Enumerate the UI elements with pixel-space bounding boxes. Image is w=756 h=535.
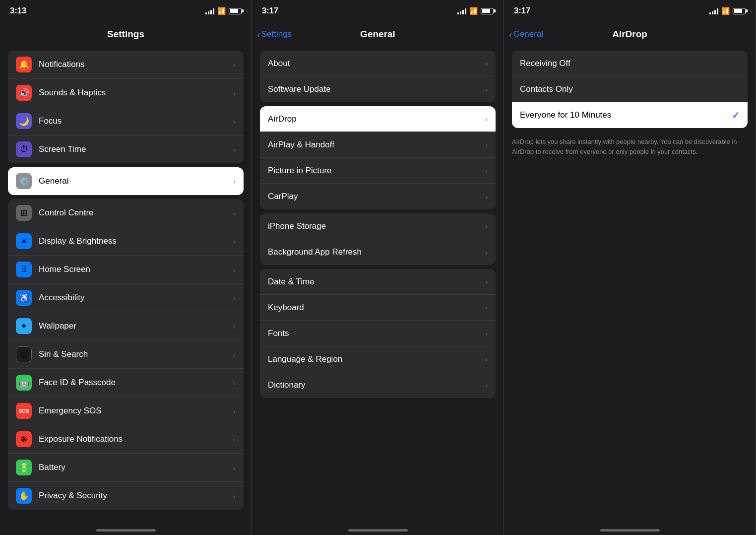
- sidebar-item-screentime[interactable]: ⏱ Screen Time ›: [8, 135, 244, 163]
- battery-label: Battery: [39, 463, 229, 472]
- panel3-title: AirDrop: [612, 29, 647, 40]
- home-bar-1: [96, 529, 156, 532]
- general-item-pictureinpicture[interactable]: Picture in Picture ›: [260, 158, 496, 184]
- wallpaper-icon: ✦: [16, 318, 32, 334]
- sidebar-item-display[interactable]: ☀ Display & Brightness ›: [8, 227, 244, 256]
- softwareupdate-chevron: ›: [485, 85, 488, 94]
- accessibility-label: Accessibility: [39, 293, 229, 303]
- screentime-label: Screen Time: [39, 144, 229, 154]
- sidebar-item-battery[interactable]: 🔋 Battery ›: [8, 454, 244, 482]
- fonts-label: Fonts: [268, 329, 481, 338]
- general-label: General: [39, 176, 229, 186]
- exposure-chevron: ›: [233, 435, 236, 444]
- sidebar-item-controlcentre[interactable]: ⊞ Control Centre ›: [8, 199, 244, 227]
- sidebar-item-exposure[interactable]: ❋ Exposure Notifications ›: [8, 425, 244, 454]
- keyboard-label: Keyboard: [268, 303, 481, 313]
- general-item-backgroundapprefresh[interactable]: Background App Refresh ›: [260, 239, 496, 265]
- general-item-datetime[interactable]: Date & Time ›: [260, 269, 496, 295]
- sidebar-item-faceid[interactable]: 🤖 Face ID & Passcode ›: [8, 369, 244, 397]
- wifi-icon-3: 📶: [721, 7, 730, 15]
- sidebar-item-homescreen[interactable]: ⠿ Home Screen ›: [8, 256, 244, 284]
- airdrop-chevron: ›: [485, 115, 488, 123]
- airplay-label: AirPlay & Handoff: [268, 140, 481, 150]
- general-item-language[interactable]: Language & Region ›: [260, 346, 496, 372]
- status-icons-3: 📶: [709, 7, 746, 15]
- settings-panel: 3:13 📶 Settings 🔔 Notifications ›: [0, 0, 252, 535]
- carplay-label: CarPlay: [268, 192, 481, 201]
- airdrop-option-contacts-only[interactable]: Contacts Only: [512, 76, 748, 102]
- general-panel: 3:17 📶 ‹ Settings General About: [252, 0, 504, 535]
- settings-group-3: ⊞ Control Centre › ☀ Display & Brightnes…: [8, 199, 244, 510]
- display-chevron: ›: [233, 237, 236, 246]
- accessibility-icon: ♿: [16, 290, 32, 306]
- keyboard-chevron: ›: [485, 303, 488, 312]
- signal-icon-1: [205, 7, 214, 14]
- back-label-2: Settings: [261, 29, 292, 39]
- sidebar-item-wallpaper[interactable]: ✦ Wallpaper ›: [8, 312, 244, 340]
- datetime-chevron: ›: [485, 277, 488, 286]
- dictionary-chevron: ›: [485, 381, 488, 390]
- back-button-3[interactable]: ‹ General: [509, 29, 543, 39]
- focus-label: Focus: [39, 116, 229, 126]
- softwareupdate-label: Software Update: [268, 84, 481, 94]
- contacts-only-label: Contacts Only: [520, 84, 740, 94]
- general-item-about[interactable]: About ›: [260, 51, 496, 76]
- airdrop-content: Receiving Off Contacts Only Everyone for…: [504, 47, 756, 525]
- sos-chevron: ›: [233, 407, 236, 415]
- fonts-chevron: ›: [485, 329, 488, 337]
- sidebar-item-focus[interactable]: 🌙 Focus ›: [8, 107, 244, 135]
- sounds-label: Sounds & Haptics: [39, 88, 229, 98]
- sos-icon: SOS: [16, 403, 32, 419]
- backgroundapprefresh-label: Background App Refresh: [268, 247, 481, 257]
- home-bar-2: [348, 529, 408, 532]
- sidebar-item-sos[interactable]: SOS Emergency SOS ›: [8, 397, 244, 425]
- battery-icon-item: 🔋: [16, 460, 32, 475]
- general-item-carplay[interactable]: CarPlay ›: [260, 184, 496, 209]
- battery-icon-3: [733, 8, 746, 14]
- airdrop-option-receiving-off[interactable]: Receiving Off: [512, 51, 748, 76]
- checkmark-icon: ✓: [732, 110, 740, 121]
- general-item-softwareupdate[interactable]: Software Update ›: [260, 76, 496, 102]
- general-item-keyboard[interactable]: Keyboard ›: [260, 295, 496, 321]
- sidebar-item-privacy[interactable]: ✋ Privacy & Security ›: [8, 482, 244, 510]
- back-chevron-2: ‹: [257, 29, 260, 39]
- panel2-title: General: [360, 29, 395, 40]
- general-group-4: Date & Time › Keyboard › Fonts › Languag…: [260, 269, 496, 398]
- privacy-label: Privacy & Security: [39, 491, 229, 501]
- general-item-dictionary[interactable]: Dictionary ›: [260, 372, 496, 398]
- status-bar-2: 3:17 📶: [252, 0, 504, 22]
- siri-icon: ◎: [16, 346, 32, 362]
- faceid-icon: 🤖: [16, 375, 32, 391]
- sidebar-item-general[interactable]: ⚙️ General ›: [8, 167, 244, 195]
- pictureinpicture-chevron: ›: [485, 166, 488, 175]
- language-label: Language & Region: [268, 354, 481, 364]
- general-item-fonts[interactable]: Fonts ›: [260, 321, 496, 346]
- home-bar-3: [600, 529, 660, 532]
- home-indicator-3: [504, 525, 756, 535]
- controlcentre-icon: ⊞: [16, 205, 32, 221]
- exposure-icon: ❋: [16, 431, 32, 447]
- general-group-3: iPhone Storage › Background App Refresh …: [260, 213, 496, 265]
- iphonestorage-label: iPhone Storage: [268, 221, 481, 231]
- general-content: About › Software Update › AirDrop › AirP…: [252, 47, 504, 525]
- sidebar-item-sounds[interactable]: 🔊 Sounds & Haptics ›: [8, 79, 244, 107]
- datetime-label: Date & Time: [268, 277, 481, 287]
- sidebar-item-notifications[interactable]: 🔔 Notifications ›: [8, 51, 244, 79]
- accessibility-chevron: ›: [233, 294, 236, 302]
- general-item-iphonestorage[interactable]: iPhone Storage ›: [260, 213, 496, 239]
- airdrop-option-everyone[interactable]: Everyone for 10 Minutes ✓: [512, 102, 748, 128]
- sounds-icon: 🔊: [16, 85, 32, 101]
- general-chevron: ›: [233, 177, 236, 186]
- nav-bar-1: Settings: [0, 22, 252, 47]
- sidebar-item-accessibility[interactable]: ♿ Accessibility ›: [8, 284, 244, 312]
- time-3: 3:17: [514, 6, 530, 16]
- sidebar-item-siri[interactable]: ◎ Siri & Search ›: [8, 340, 244, 369]
- homescreen-icon: ⠿: [16, 262, 32, 277]
- iphonestorage-chevron: ›: [485, 222, 488, 230]
- battery-icon-1: [229, 8, 242, 14]
- general-item-airdrop[interactable]: AirDrop ›: [260, 106, 496, 132]
- back-button-2[interactable]: ‹ Settings: [257, 29, 292, 39]
- screentime-icon: ⏱: [16, 141, 32, 157]
- privacy-chevron: ›: [233, 492, 236, 500]
- general-item-airplay[interactable]: AirPlay & Handoff ›: [260, 132, 496, 158]
